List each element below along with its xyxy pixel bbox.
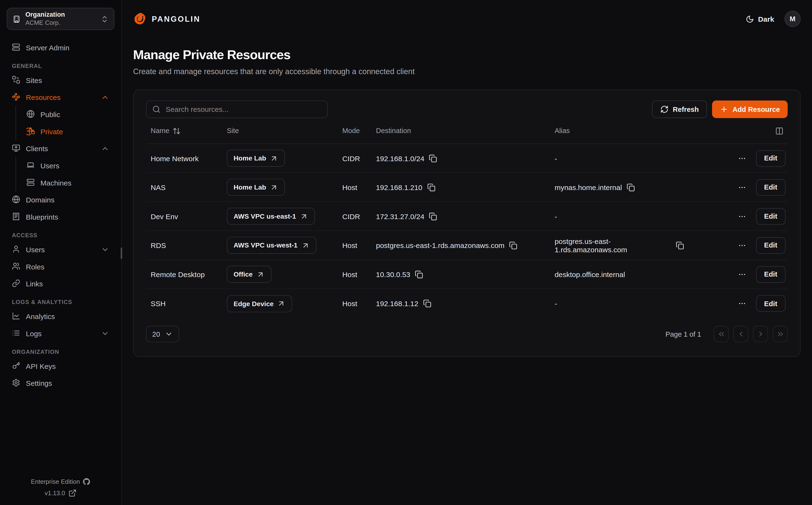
theme-toggle[interactable]: Dark <box>746 15 774 23</box>
chevron-down-icon[interactable] <box>101 329 110 337</box>
refresh-button[interactable]: Refresh <box>652 101 707 118</box>
site-link-home-lab[interactable]: Home Lab <box>227 179 285 196</box>
next-page-button[interactable] <box>753 326 768 342</box>
sidebar-item-settings[interactable]: Settings <box>7 374 115 391</box>
cell-name: Remote Desktop <box>146 270 227 279</box>
toggle-columns-button[interactable] <box>775 127 784 135</box>
sidebar-subitem-users[interactable]: Users <box>21 157 115 174</box>
first-page-button[interactable] <box>714 326 729 342</box>
site-link-aws-vpc-us-west-1[interactable]: AWS VPC us-west-1 <box>227 237 316 254</box>
arrow-up-right-icon <box>301 241 310 249</box>
sidebar-item-sites[interactable]: Sites <box>7 71 115 89</box>
sidebar-item-analytics[interactable]: Analytics <box>7 308 115 325</box>
chevron-up-icon[interactable] <box>101 144 110 153</box>
row-menu-button[interactable] <box>737 240 747 250</box>
sidebar-item-logs[interactable]: Logs <box>7 325 115 342</box>
copy-destination-button[interactable] <box>429 212 437 220</box>
search-input[interactable] <box>165 105 322 114</box>
add-resource-button[interactable]: Add Resource <box>713 101 788 118</box>
page-size-select[interactable]: 20 <box>146 326 179 342</box>
user-avatar[interactable]: M <box>785 11 801 27</box>
sidebar-section-organization: ORGANIZATION <box>12 349 115 355</box>
edit-button[interactable]: Edit <box>756 295 786 312</box>
brand[interactable]: PANGOLIN <box>133 12 201 26</box>
edit-button[interactable]: Edit <box>756 266 786 283</box>
copy-alias-button[interactable] <box>676 241 684 249</box>
version-label[interactable]: v1.13.0 <box>0 487 121 499</box>
sidebar-item-server-admin[interactable]: Server Admin <box>7 39 115 56</box>
edit-button[interactable]: Edit <box>756 150 786 167</box>
sidebar-item-clients[interactable]: Clients <box>7 140 115 157</box>
moon-icon <box>746 15 754 23</box>
column-header-destination: Destination <box>376 127 555 135</box>
search-box <box>146 101 328 118</box>
arrow-up-right-icon <box>270 154 278 162</box>
globe-lock-icon <box>26 127 35 136</box>
sidebar-item-domains[interactable]: Domains <box>7 191 115 208</box>
sidebar-item-api-keys[interactable]: API Keys <box>7 357 115 375</box>
arrow-up-right-icon <box>277 300 285 308</box>
sort-icon[interactable] <box>172 127 181 135</box>
row-menu-button[interactable] <box>737 269 747 279</box>
edit-button[interactable]: Edit <box>756 179 786 195</box>
sidebar-item-resources[interactable]: Resources <box>7 89 115 106</box>
site-link-office[interactable]: Office <box>227 266 271 283</box>
edition-label: Enterprise Edition <box>0 476 121 487</box>
github-icon[interactable] <box>83 478 90 485</box>
edit-button[interactable]: Edit <box>756 237 786 254</box>
pangolin-logo <box>133 12 147 26</box>
copy-alias-button[interactable] <box>626 183 635 191</box>
site-link-home-lab[interactable]: Home Lab <box>227 150 285 167</box>
cell-mode: Host <box>342 183 376 191</box>
cell-alias: mynas.home.internal <box>555 183 684 191</box>
cell-site: Edge Device <box>227 295 342 312</box>
row-menu-button[interactable] <box>737 153 747 163</box>
server-icon <box>26 178 35 187</box>
sidebar-item-roles[interactable]: Roles <box>7 258 115 275</box>
edit-button[interactable]: Edit <box>756 208 786 224</box>
cell-site: AWS VPC us-east-1 <box>227 208 342 225</box>
main-content: PANGOLIN Dark M Manage Private Resources… <box>122 0 812 505</box>
row-menu-button[interactable] <box>737 182 747 192</box>
cell-mode: Host <box>342 270 376 279</box>
external-link-icon <box>68 489 76 497</box>
column-header-name[interactable]: Name <box>146 127 227 135</box>
copy-destination-button[interactable] <box>509 241 518 249</box>
last-page-button[interactable] <box>773 326 788 342</box>
cell-alias: - <box>555 154 684 162</box>
cell-destination: 10.30.0.53 <box>376 270 555 279</box>
copy-destination-button[interactable] <box>423 300 431 308</box>
site-link-edge-device[interactable]: Edge Device <box>227 295 292 312</box>
plus-icon <box>720 105 728 114</box>
sidebar-item-links[interactable]: Links <box>7 275 115 292</box>
row-menu-button[interactable] <box>737 211 747 221</box>
brand-name: PANGOLIN <box>152 15 200 23</box>
cell-destination: 192.168.1.210 <box>376 183 555 191</box>
copy-destination-button[interactable] <box>415 270 423 279</box>
cell-site: Home Lab <box>227 150 342 167</box>
waypoints-icon <box>12 93 21 102</box>
sidebar-item-users[interactable]: Users <box>7 241 115 258</box>
cell-name: RDS <box>146 241 227 249</box>
chevrons-left-icon <box>717 330 725 338</box>
chart-icon <box>12 312 21 321</box>
chevron-down-icon[interactable] <box>101 245 110 254</box>
sidebar-subitem-public[interactable]: Public <box>21 106 115 123</box>
site-link-aws-vpc-us-east-1[interactable]: AWS VPC us-east-1 <box>227 208 315 225</box>
list-icon <box>12 329 21 338</box>
sidebar-subitem-machines[interactable]: Machines <box>21 174 115 191</box>
previous-page-button[interactable] <box>733 326 748 342</box>
org-selector[interactable]: Organization ACME Corp. <box>7 8 115 30</box>
chevrons-up-down-icon <box>100 15 109 23</box>
copy-destination-button[interactable] <box>429 154 437 162</box>
table-row-home-network: Home NetworkHome LabCIDR192.168.1.0/24-E… <box>146 144 788 173</box>
table-row-rds: RDSAWS VPC us-west-1Hostpostgres.us-east… <box>146 231 788 260</box>
link-icon <box>12 279 21 288</box>
sidebar-subitem-private[interactable]: Private <box>21 123 115 140</box>
cell-mode: CIDR <box>342 212 376 220</box>
row-menu-button[interactable] <box>737 298 747 309</box>
sidebar-resize-handle[interactable] <box>121 247 122 259</box>
chevron-up-icon[interactable] <box>101 93 110 101</box>
sidebar-item-blueprints[interactable]: Blueprints <box>7 208 115 225</box>
copy-destination-button[interactable] <box>427 183 435 191</box>
